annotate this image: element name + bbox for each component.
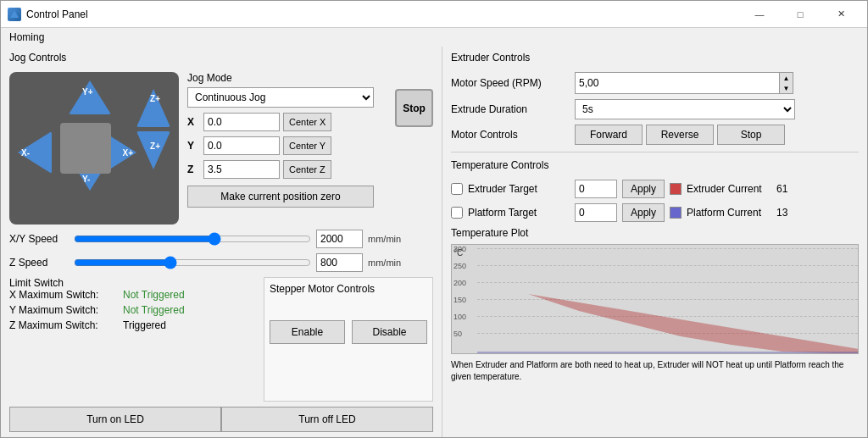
app-icon [8, 8, 21, 21]
x-label: X [187, 116, 200, 128]
extruder-apply-button[interactable]: Apply [622, 180, 665, 198]
limit-z-name: Z Maximum Switch: [9, 319, 120, 331]
make-zero-button[interactable]: Make current position zero [187, 186, 374, 208]
motor-speed-input[interactable] [576, 73, 779, 93]
window-title: Control Panel [26, 8, 88, 20]
extruder-target-label: Extruder Target [468, 183, 570, 195]
temp-note: When Extruder and Platform are both need… [451, 359, 859, 383]
jog-xm-button[interactable] [18, 131, 52, 174]
z-input[interactable] [203, 160, 280, 179]
xy-speed-slider[interactable] [74, 232, 311, 246]
motor-speed-label: Motor Speed (RPM) [451, 77, 570, 89]
limit-x-row: X Maximum Switch: Not Triggered [9, 289, 255, 301]
tick-50: 50 [453, 330, 462, 338]
temp-section-label: Temperature Controls [451, 159, 859, 171]
stop-button[interactable]: Stop [395, 89, 433, 127]
temp-plot-label: Temperature Plot [451, 227, 859, 239]
xy-speed-unit: mm/min [368, 234, 401, 244]
y-input[interactable] [203, 136, 280, 155]
extruder-stop-button[interactable]: Stop [717, 125, 785, 145]
extruder-target-row: Extruder Target Apply Extruder Current 6… [451, 180, 859, 198]
left-panel: Jog Controls Y+ Y- X- [1, 47, 442, 437]
platform-target-label: Platform Target [468, 207, 570, 219]
z-speed-slider[interactable] [74, 256, 311, 269]
extruder-target-input[interactable] [575, 180, 617, 198]
platform-apply-button[interactable]: Apply [622, 203, 665, 222]
tick-100: 100 [453, 313, 466, 321]
main-window: Control Panel — □ ✕ Homing Jog Controls … [0, 0, 868, 438]
extrude-duration-label: Extrude Duration [451, 103, 570, 115]
lower-area: Limit Switch X Maximum Switch: Not Trigg… [9, 277, 433, 402]
platform-current-label: Platform Current [687, 207, 771, 219]
rpm-field-wrapper: ▲ ▼ [575, 72, 793, 94]
temp-plot-svg [477, 244, 858, 353]
jog-section-label: Jog Controls [9, 52, 433, 64]
forward-button[interactable]: Forward [575, 125, 643, 145]
platform-current-value: 13 [776, 207, 802, 219]
close-button[interactable]: ✕ [821, 6, 860, 23]
extruder-current-label: Extruder Current [687, 183, 771, 195]
tick-150: 150 [453, 296, 466, 304]
coord-row-y: Y Center Y [187, 136, 387, 155]
title-controls: — □ ✕ [740, 6, 860, 23]
jog-zm-button[interactable] [136, 131, 170, 169]
limit-y-name: Y Maximum Switch: [9, 304, 120, 316]
limit-x-name: X Maximum Switch: [9, 289, 120, 301]
jog-mode-select[interactable]: Continuous Jog Step Jog [187, 87, 374, 108]
tick-250: 250 [453, 262, 466, 270]
jog-mode-label: Jog Mode [187, 72, 387, 84]
extruder-target-checkbox[interactable] [451, 183, 463, 195]
platform-target-row: Platform Target Apply Platform Current 1… [451, 203, 859, 222]
z-label: Z [187, 164, 200, 175]
z-speed-input[interactable] [316, 253, 363, 272]
led-row: Turn on LED Turn off LED [9, 407, 433, 432]
xy-speed-input[interactable] [316, 230, 363, 248]
rpm-down-button[interactable]: ▼ [779, 83, 793, 93]
limit-switch-label: Limit Switch [9, 277, 64, 289]
rpm-spinner: ▲ ▼ [779, 73, 793, 93]
stepper-enable-button[interactable]: Enable [270, 320, 345, 344]
limit-x-status: Not Triggered [123, 289, 185, 301]
stepper-motor-box: Stepper Motor Controls Enable Disable [264, 277, 433, 402]
platform-target-input[interactable] [575, 203, 617, 222]
jog-yp-button[interactable] [69, 80, 111, 114]
extrude-duration-row: Extrude Duration 5s 10s 15s 30s 60s [451, 99, 859, 119]
jog-cube: Y+ Y- X- X+ Z+ [9, 72, 179, 225]
motor-controls-label: Motor Controls [451, 129, 570, 141]
center-x-button[interactable]: Center X [283, 113, 331, 131]
maximize-button[interactable]: □ [781, 6, 820, 23]
stepper-label: Stepper Motor Controls [270, 283, 375, 295]
main-content: Jog Controls Y+ Y- X- [1, 47, 867, 437]
x-input[interactable] [203, 113, 280, 131]
extruder-color-box [670, 183, 682, 195]
jog-controls-area: Y+ Y- X- X+ Z+ [9, 72, 433, 225]
tick-200: 200 [453, 279, 466, 287]
extruder-section-label: Extruder Controls [451, 52, 859, 64]
svg-marker-0 [10, 10, 19, 18]
led-on-button[interactable]: Turn on LED [9, 407, 221, 432]
motor-control-buttons: Forward Reverse Stop [575, 125, 785, 145]
stepper-btns: Enable Disable [270, 320, 427, 344]
z-speed-unit: mm/min [368, 258, 401, 268]
z-speed-label: Z Speed [9, 257, 69, 269]
platform-color-box [670, 207, 682, 219]
stop-area: Stop [395, 72, 433, 127]
platform-target-checkbox[interactable] [451, 207, 463, 219]
title-bar: Control Panel — □ ✕ [1, 1, 867, 28]
center-y-button[interactable]: Center Y [283, 136, 331, 155]
rpm-up-button[interactable]: ▲ [779, 73, 793, 83]
reverse-button[interactable]: Reverse [646, 125, 714, 145]
extrude-duration-select[interactable]: 5s 10s 15s 30s 60s [575, 99, 795, 119]
jog-zp-button[interactable] [136, 89, 170, 127]
limit-y-status: Not Triggered [123, 304, 185, 316]
motor-speed-row: Motor Speed (RPM) ▲ ▼ [451, 72, 859, 94]
minimize-button[interactable]: — [740, 6, 779, 23]
center-z-button[interactable]: Center Z [283, 160, 331, 179]
stepper-disable-button[interactable]: Disable [352, 320, 427, 344]
limit-y-row: Y Maximum Switch: Not Triggered [9, 304, 255, 316]
z-speed-row: Z Speed mm/min [9, 253, 433, 272]
motor-controls-row: Motor Controls Forward Reverse Stop [451, 125, 859, 145]
divider-1 [451, 152, 859, 152]
led-off-button[interactable]: Turn off LED [221, 407, 433, 432]
tick-300: 300 [453, 245, 466, 253]
